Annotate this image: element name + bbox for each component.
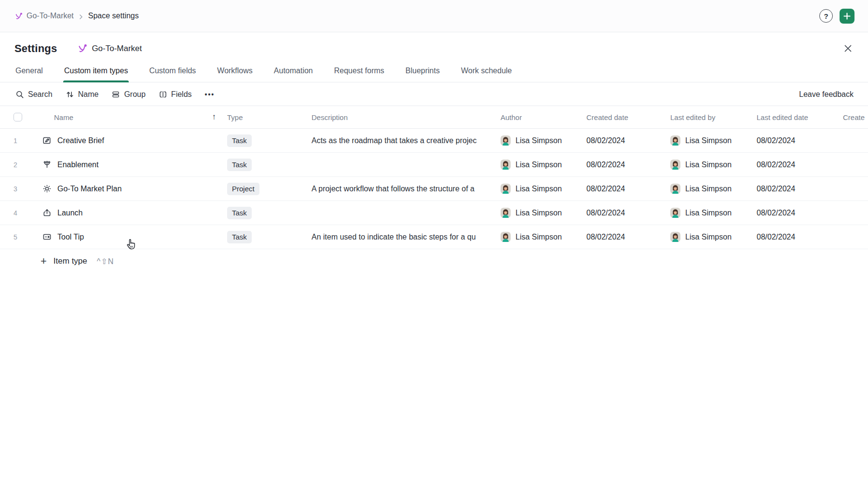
row-number: 1 xyxy=(0,137,31,145)
item-type-cell[interactable]: Task xyxy=(223,207,307,219)
type-badge: Task xyxy=(227,159,252,171)
column-header-last-edited-by[interactable]: Last edited by xyxy=(666,113,752,121)
sun-icon xyxy=(42,184,52,193)
last-edited-by-cell[interactable]: Lisa Simpson xyxy=(666,184,752,194)
tab-general[interactable]: General xyxy=(14,62,44,82)
author-cell[interactable]: Lisa Simpson xyxy=(496,208,582,218)
fields-button[interactable]: Fields xyxy=(159,90,192,99)
group-button[interactable]: Group xyxy=(111,90,145,99)
author-cell[interactable]: Lisa Simpson xyxy=(496,135,582,146)
add-item-type-button[interactable]: Item type xyxy=(54,256,87,266)
last-edited-by-cell[interactable]: Lisa Simpson xyxy=(666,135,752,146)
sort-arrows-icon xyxy=(66,90,74,99)
column-header-last-edited-date[interactable]: Last edited date xyxy=(752,113,839,121)
space-avatar-icon xyxy=(77,43,87,53)
breadcrumb-page-label: Space settings xyxy=(88,12,139,20)
created-date-cell[interactable]: 08/02/2024 xyxy=(582,209,666,217)
topbar-actions: ? xyxy=(819,9,854,24)
search-label: Search xyxy=(28,90,53,99)
tab-automation[interactable]: Automation xyxy=(273,62,314,82)
item-type-cell[interactable]: Task xyxy=(223,159,307,171)
item-name-cell[interactable]: Tool Tip xyxy=(31,232,223,241)
column-header-description[interactable]: Description xyxy=(307,113,496,121)
author-avatar xyxy=(501,232,511,242)
created-date-cell[interactable]: 08/02/2024 xyxy=(582,160,666,169)
item-name-cell[interactable]: Creative Brief xyxy=(31,136,223,145)
space-chip: Go-To-Market xyxy=(77,43,142,53)
last-edited-date-cell[interactable]: 08/02/2024 xyxy=(752,136,839,145)
column-header-author[interactable]: Author xyxy=(496,113,582,121)
close-button[interactable] xyxy=(841,42,854,55)
table-row[interactable]: 5 Tool Tip Task An item used to indicate… xyxy=(0,225,868,249)
row-number: 3 xyxy=(0,185,31,193)
table-header-row: Name ↑ Type Description Author Created d… xyxy=(0,106,868,129)
author-avatar xyxy=(501,184,511,194)
type-badge: Task xyxy=(227,207,252,219)
description-fade xyxy=(475,136,496,145)
leave-feedback-link[interactable]: Leave feedback xyxy=(799,90,854,99)
add-plus-icon[interactable]: + xyxy=(41,256,47,267)
tab-blueprints[interactable]: Blueprints xyxy=(405,62,441,82)
column-header-created-date[interactable]: Created date xyxy=(582,113,666,121)
help-button[interactable]: ? xyxy=(819,9,833,23)
author-cell[interactable]: Lisa Simpson xyxy=(496,232,582,242)
sort-ascending-icon[interactable]: ↑ xyxy=(212,112,217,122)
description-text: An item used to indicate the basic steps… xyxy=(312,233,476,241)
tab-custom-fields[interactable]: Custom fields xyxy=(148,62,197,82)
group-label: Group xyxy=(124,90,145,99)
last-edited-date-cell[interactable]: 08/02/2024 xyxy=(752,185,839,193)
item-type-cell[interactable]: Task xyxy=(223,231,307,243)
author-cell[interactable]: Lisa Simpson xyxy=(496,160,582,170)
description-fade xyxy=(475,185,496,193)
table-row[interactable]: 1 Creative Brief Task Acts as the roadma… xyxy=(0,129,868,153)
item-description-cell[interactable]: Acts as the roadmap that takes a creativ… xyxy=(307,136,496,145)
table-row[interactable]: 3 Go-To Market Plan Project A project wo… xyxy=(0,177,868,201)
editor-name: Lisa Simpson xyxy=(685,209,732,217)
editor-name: Lisa Simpson xyxy=(685,233,732,241)
created-date-cell[interactable]: 08/02/2024 xyxy=(582,185,666,193)
last-edited-by-cell[interactable]: Lisa Simpson xyxy=(666,160,752,170)
breadcrumb-space-label: Go-To-Market xyxy=(27,12,74,20)
last-edited-by-cell[interactable]: Lisa Simpson xyxy=(666,208,752,218)
item-name-label: Tool Tip xyxy=(57,233,84,241)
author-cell[interactable]: Lisa Simpson xyxy=(496,184,582,194)
column-header-created-by[interactable]: Create xyxy=(839,113,868,121)
column-header-name[interactable]: Name ↑ xyxy=(31,112,223,122)
brush-icon xyxy=(42,136,52,145)
item-description-cell[interactable]: A project workflow that follows the stru… xyxy=(307,185,496,193)
top-bar: Go-To-Market Space settings ? xyxy=(0,0,868,32)
search-button[interactable]: Search xyxy=(15,90,53,99)
last-edited-date-cell[interactable]: 08/02/2024 xyxy=(752,209,839,217)
close-icon xyxy=(843,44,853,53)
select-all-checkbox[interactable] xyxy=(14,113,22,121)
type-badge: Project xyxy=(227,183,259,195)
item-type-cell[interactable]: Task xyxy=(223,134,307,147)
table-row[interactable]: 2 Enablement Task Lisa Simpson 08/02/202… xyxy=(0,153,868,177)
tab-custom-item-types[interactable]: Custom item types xyxy=(63,62,129,82)
item-type-cell[interactable]: Project xyxy=(223,183,307,195)
breadcrumb-space[interactable]: Go-To-Market xyxy=(14,12,74,20)
last-edited-date-cell[interactable]: 08/02/2024 xyxy=(752,160,839,169)
item-description-cell[interactable]: An item used to indicate the basic steps… xyxy=(307,233,496,241)
fields-icon xyxy=(159,90,167,99)
table-row[interactable]: 4 Launch Task Lisa Simpson 08/02/2024 Li… xyxy=(0,201,868,225)
last-edited-by-cell[interactable]: Lisa Simpson xyxy=(666,232,752,242)
sort-button[interactable]: Name xyxy=(66,90,99,99)
item-name-cell[interactable]: Launch xyxy=(31,208,223,217)
create-new-button[interactable] xyxy=(840,9,854,24)
column-header-type[interactable]: Type xyxy=(223,113,307,121)
tab-workflows[interactable]: Workflows xyxy=(216,62,254,82)
item-name-cell[interactable]: Go-To Market Plan xyxy=(31,184,223,193)
more-options-button[interactable]: ••• xyxy=(205,91,215,98)
created-date-cell[interactable]: 08/02/2024 xyxy=(582,136,666,145)
description-text: Acts as the roadmap that takes a creativ… xyxy=(312,136,476,145)
row-number: 5 xyxy=(0,233,31,241)
item-name-cell[interactable]: Enablement xyxy=(31,160,223,169)
created-date-cell[interactable]: 08/02/2024 xyxy=(582,233,666,241)
tab-request-forms[interactable]: Request forms xyxy=(333,62,385,82)
item-name-label: Go-To Market Plan xyxy=(57,185,122,193)
last-edited-date-cell[interactable]: 08/02/2024 xyxy=(752,233,839,241)
tab-work-schedule[interactable]: Work schedule xyxy=(460,62,513,82)
author-name: Lisa Simpson xyxy=(515,160,562,169)
author-avatar xyxy=(501,135,511,146)
